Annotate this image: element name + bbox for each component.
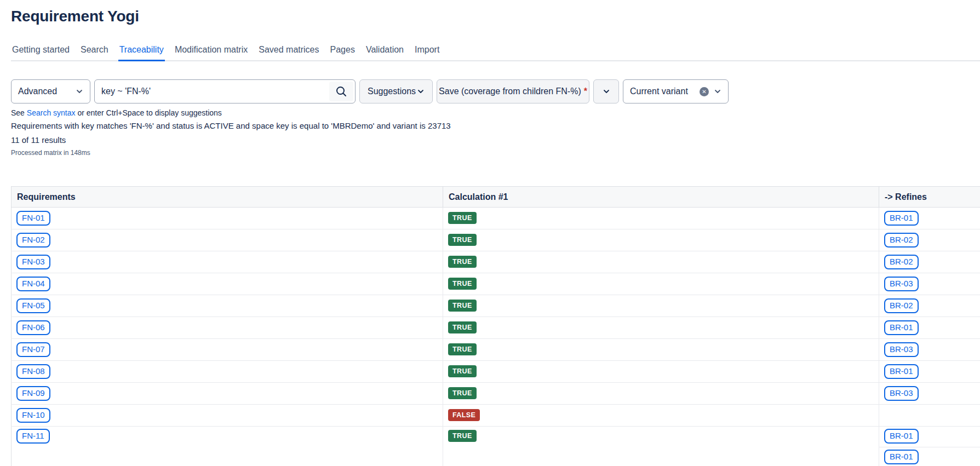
calculation-badge: TRUE [448,256,477,268]
column-header-calculation: Calculation #1 [443,187,879,208]
calculation-badge: TRUE [448,278,477,290]
calculation-badge: TRUE [448,430,477,442]
chevron-down-icon [714,88,721,95]
calculation-badge: TRUE [448,300,477,312]
requirement-link[interactable]: FN-05 [16,298,50,313]
table-row: FN-01 TRUE BR-01 [12,208,980,229]
refines-link[interactable]: BR-01 [884,450,919,464]
calculation-badge: TRUE [448,212,477,224]
save-coverage-button-label: Save (coverage from children FN-%) [439,87,581,96]
requirement-link[interactable]: FN-03 [16,255,50,269]
search-controls: Advanced key ~ 'FN-%' Suggestions Save (… [11,79,980,103]
requirement-link[interactable]: FN-10 [16,408,50,423]
search-syntax-link[interactable]: Search syntax [27,108,76,117]
required-asterisk: * [584,87,587,96]
refines-link[interactable]: BR-03 [884,342,919,357]
requirement-link[interactable]: FN-07 [16,342,50,357]
tab-search[interactable]: Search [79,43,110,61]
suggestions-button[interactable]: Suggestions [359,79,433,103]
calculation-badge: TRUE [448,365,477,377]
refines-link[interactable]: BR-02 [884,233,919,248]
table-row: FN-10 FALSE [12,405,980,427]
table-header-row: Requirements Calculation #1 -> Refines [12,187,980,208]
chevron-down-icon [603,88,610,95]
table-row: FN-05 TRUE BR-02 [12,295,980,317]
column-header-requirements: Requirements [12,187,443,208]
requirement-link[interactable]: FN-08 [16,364,50,379]
page-title: Requirement Yogi [11,8,980,25]
query-description: Requirements with key matches 'FN-%' and… [11,121,980,130]
tab-import[interactable]: Import [414,43,440,61]
table-row: FN-03 TRUE BR-02 [12,251,980,273]
table-row: FN-04 TRUE BR-03 [12,273,980,295]
table-row: FN-11 TRUE BR-01 [12,427,980,447]
tab-validation[interactable]: Validation [365,43,405,61]
calculation-badge: FALSE [448,409,480,421]
column-header-refines: -> Refines [879,187,980,208]
search-input[interactable]: key ~ 'FN-%' [94,79,356,103]
table-row: FN-08 TRUE BR-01 [12,361,980,383]
table-row: FN-09 TRUE BR-03 [12,383,980,405]
table-row: FN-06 TRUE BR-01 [12,317,980,339]
table-row: FN-02 TRUE BR-02 [12,229,980,251]
chevron-down-icon [417,88,425,95]
syntax-hint: See Search syntax or enter Ctrl+Space to… [11,108,980,117]
syntax-hint-prefix: See [11,108,25,117]
refines-link[interactable]: BR-01 [884,320,919,335]
refines-link[interactable]: BR-02 [884,298,919,313]
variant-select-value: Current variant [630,87,688,96]
calculation-badge: TRUE [448,321,477,333]
tab-bar: Getting started Search Traceability Modi… [11,43,980,61]
requirement-yogi-page: Requirement Yogi Getting started Search … [0,8,980,466]
requirement-link[interactable]: FN-09 [16,386,50,401]
refines-link[interactable]: BR-01 [884,429,919,444]
table-row: FN-07 TRUE BR-03 [12,339,980,361]
syntax-hint-suffix: or enter Ctrl+Space to display suggestio… [77,108,221,117]
variant-select-actions: ✕ [700,87,721,96]
refines-link[interactable]: BR-03 [884,277,919,291]
empty-refines-cell [879,405,980,427]
chevron-down-icon [76,88,83,95]
requirement-link[interactable]: FN-11 [16,429,50,444]
results-count: 11 of 11 results [11,135,980,145]
search-button[interactable] [329,82,353,101]
search-input-value: key ~ 'FN-%' [95,87,156,96]
refines-link[interactable]: BR-02 [884,255,919,269]
requirement-link[interactable]: FN-02 [16,233,50,248]
tab-pages[interactable]: Pages [329,43,356,61]
calculation-badge: TRUE [448,343,477,355]
save-coverage-button[interactable]: Save (coverage from children FN-%) * [437,79,589,103]
calculation-badge: TRUE [448,234,477,246]
refines-link[interactable]: BR-03 [884,386,919,401]
traceability-matrix-table: Requirements Calculation #1 -> Refines F… [11,186,980,466]
variant-select[interactable]: Current variant ✕ [623,79,729,103]
save-options-dropdown-button[interactable] [593,79,619,103]
requirement-link[interactable]: FN-06 [16,320,50,335]
search-icon [335,85,347,97]
calculation-badge: TRUE [448,387,477,399]
refines-link[interactable]: BR-01 [884,364,919,379]
processing-time: Processed matrix in 148ms [11,149,980,157]
clear-variant-icon[interactable]: ✕ [700,87,709,96]
requirement-link[interactable]: FN-01 [16,211,50,226]
search-mode-value: Advanced [18,87,57,96]
tab-modification-matrix[interactable]: Modification matrix [174,43,249,61]
tab-traceability[interactable]: Traceability [118,43,165,61]
tab-saved-matrices[interactable]: Saved matrices [257,43,320,61]
tab-getting-started[interactable]: Getting started [11,43,71,61]
refines-link[interactable]: BR-01 [884,211,919,226]
search-mode-select[interactable]: Advanced [11,79,90,103]
suggestions-button-label: Suggestions [368,87,416,96]
requirement-link[interactable]: FN-04 [16,277,50,291]
